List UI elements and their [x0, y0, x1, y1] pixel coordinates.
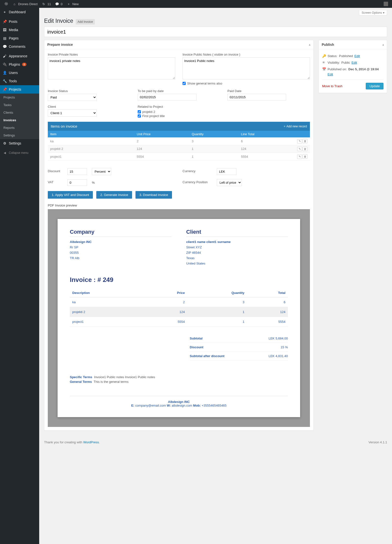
toggle-publish-icon[interactable]: ▴: [382, 43, 384, 46]
menu-media[interactable]: 🖼Media: [0, 26, 39, 34]
page-icon: ▤: [2, 36, 7, 40]
apply-vat-button[interactable]: 1. Apply VAT and Discount: [48, 191, 93, 199]
edit-row-icon[interactable]: ✎: [297, 155, 302, 159]
discount-label-preview: Discount: [190, 345, 204, 349]
items-header: Items on invoice +Add new record: [48, 122, 310, 131]
edit-row-icon[interactable]: ✎: [297, 147, 302, 151]
currency-input[interactable]: [217, 168, 236, 175]
client-label: Client: [48, 105, 130, 109]
collapse-icon: ◀: [2, 151, 7, 155]
general-terms-label: General Terms: [70, 380, 92, 384]
discount-value-preview: 15 %: [281, 345, 288, 349]
page-title: Edit Invoice: [44, 15, 73, 25]
screen-options-tab[interactable]: Screen Options ▾: [359, 10, 387, 15]
discount-input[interactable]: [67, 168, 87, 175]
general-terms-value: This is the general terms: [94, 380, 128, 384]
related-project-2-checkbox[interactable]: [138, 114, 141, 118]
menu-tools[interactable]: 🔧Tools: [0, 77, 39, 85]
main-content: Screen Options ▾ Edit Invoice Add Invoic…: [39, 8, 392, 544]
admin-bar: ⓦ ⌂Drones Direct ↻11 💬0 +New: [0, 0, 392, 8]
chevron-down-icon: ▾: [383, 11, 384, 14]
footer-company: Albdesign INC: [168, 400, 190, 404]
discount-type-select[interactable]: Percent: [92, 168, 111, 175]
client-addr-4: United States: [186, 261, 288, 266]
generate-invoice-button[interactable]: 2. Generate Invoice: [96, 191, 132, 199]
menu-comments[interactable]: 💬Comments: [0, 42, 39, 51]
status-select[interactable]: Paid: [48, 94, 97, 101]
update-button[interactable]: Update: [366, 83, 383, 89]
col-item: Item: [48, 131, 134, 137]
media-icon: 🖼: [2, 28, 7, 32]
vat-input[interactable]: [67, 179, 87, 186]
related-label: Related to Project: [138, 105, 220, 109]
menu-pages[interactable]: ▤Pages: [0, 34, 39, 42]
submenu-reports[interactable]: Reports: [0, 124, 39, 132]
pin-icon: 📌: [2, 87, 7, 92]
submenu-projects: Projects Tasks Clients Invoices Reports …: [0, 94, 39, 139]
menu-settings[interactable]: ⚙Settings: [0, 139, 39, 147]
wrench-icon: 🔧: [2, 79, 7, 83]
updates-link[interactable]: ↻11: [39, 0, 53, 8]
client-addr-2: ZIP 46544: [186, 250, 288, 255]
menu-projects[interactable]: 📌Projects: [0, 85, 39, 94]
submenu-invoices[interactable]: Invoices: [0, 116, 39, 124]
menu-plugins[interactable]: 🔌Plugins8: [0, 60, 39, 69]
specific-terms-value: Invoice1 Public notes Invoice1 Public no…: [94, 375, 155, 379]
user-avatar[interactable]: [382, 0, 390, 8]
wordpress-icon: ⓦ: [4, 2, 8, 6]
client-select[interactable]: Clienti 1: [48, 109, 97, 117]
specific-terms-label: Specific Terms: [70, 375, 92, 379]
gear-icon: ⚙: [2, 141, 7, 145]
menu-users[interactable]: 👤Users: [0, 69, 39, 77]
invoice-items-table: Description Price Quantity Total ka236pr…: [70, 289, 288, 327]
dashboard-icon: ⌖: [2, 10, 7, 14]
discount-label: Discount: [48, 169, 62, 173]
menu-appearance[interactable]: 🖌Appearance: [0, 52, 39, 60]
show-terms-checkbox[interactable]: [183, 82, 186, 85]
pin-icon: 📌: [2, 19, 7, 24]
submenu-settings[interactable]: Settings: [0, 132, 39, 139]
move-to-trash-link[interactable]: Move to Trash: [322, 84, 342, 88]
post-title-input[interactable]: [44, 27, 387, 37]
related-project-1-checkbox[interactable]: [138, 110, 141, 113]
items-title: Items on invoice: [51, 124, 77, 128]
submenu-clients[interactable]: Clients: [0, 109, 39, 116]
menu-dashboard[interactable]: ⌖Dashboard: [0, 8, 39, 16]
currency-pos-select[interactable]: Left of price: [217, 179, 242, 186]
wp-logo[interactable]: ⓦ: [2, 0, 10, 8]
subtotal-value: LEK 5,684.00: [269, 337, 288, 340]
public-notes-textarea[interactable]: Invoice1 Public notes: [183, 57, 310, 79]
menu-posts[interactable]: 📌Posts: [0, 17, 39, 26]
user-icon: 👤: [2, 71, 7, 75]
new-content-link[interactable]: +New: [64, 0, 81, 8]
toggle-box-icon[interactable]: ▴: [309, 43, 310, 46]
version-label: Version 4.1.1: [368, 440, 387, 444]
paid-date-input[interactable]: [227, 94, 286, 100]
wordpress-link[interactable]: WordPress: [83, 440, 99, 444]
delete-row-icon[interactable]: 🗑: [303, 139, 307, 143]
delete-row-icon[interactable]: 🗑: [303, 147, 307, 151]
key-icon: 🔑: [322, 54, 326, 58]
delete-row-icon[interactable]: 🗑: [303, 154, 307, 159]
client-name: client1 name client1 surname: [186, 240, 231, 244]
site-name-link[interactable]: ⌂Drones Direct: [10, 0, 39, 8]
invoice-row: projekti 21241124: [70, 307, 288, 317]
pay-by-input[interactable]: [138, 94, 196, 100]
calendar-icon: 📅: [322, 67, 326, 71]
publish-box: Publish ▴ 🔑Status: Published Edit 👁Visib…: [318, 40, 387, 93]
comments-link[interactable]: 💬0: [53, 0, 64, 8]
edit-date-link[interactable]: Edit: [328, 73, 383, 76]
client-addr-1: Street XYZ: [186, 245, 288, 250]
private-notes-textarea[interactable]: invoice1 private notes: [48, 57, 175, 79]
submenu-projects-item[interactable]: Projects: [0, 94, 39, 101]
download-invoice-button[interactable]: 3. Download Invoice: [135, 191, 172, 199]
collapse-menu[interactable]: ◀Collapse menu: [0, 149, 39, 157]
add-new-record-button[interactable]: +Add new record: [284, 125, 307, 128]
add-invoice-button[interactable]: Add Invoice: [76, 19, 95, 24]
edit-visibility-link[interactable]: Edit: [352, 61, 357, 64]
comments-count: 0: [61, 2, 62, 6]
after-discount-value: LEK 4,831.40: [269, 354, 288, 358]
submenu-tasks[interactable]: Tasks: [0, 101, 39, 109]
edit-row-icon[interactable]: ✎: [297, 139, 302, 144]
edit-status-link[interactable]: Edit: [355, 54, 360, 58]
